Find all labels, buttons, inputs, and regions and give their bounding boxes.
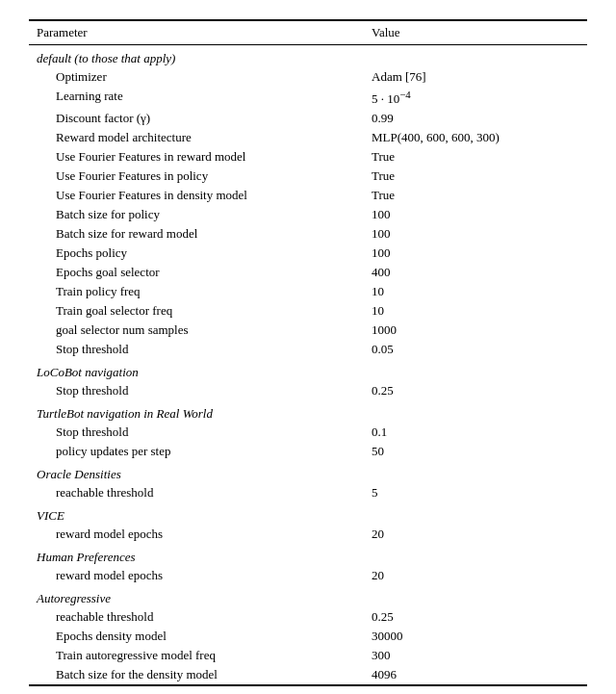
table-row: Stop threshold0.25 [29,381,587,400]
value-cell: 30000 [364,627,587,646]
param-cell: Stop threshold [29,381,364,400]
table-row: Batch size for the density model4096 [29,665,587,685]
section-title-4: VICE [29,502,587,525]
table-row: Stop threshold0.05 [29,340,587,359]
value-cell: 20 [364,525,587,544]
param-cell: Stop threshold [29,340,364,359]
table-row: reachable threshold0.25 [29,607,587,627]
section-header-0: default (to those that apply) [29,45,587,68]
value-cell: 0.25 [364,607,587,627]
section-title-6: Autoregressive [29,585,587,607]
param-cell: Batch size for reward model [29,224,364,244]
param-cell: reachable threshold [29,607,364,627]
table-row: Train policy freq10 [29,282,587,301]
param-cell: Batch size for the density model [29,665,364,685]
param-cell: reachable threshold [29,483,364,502]
param-cell: Optimizer [29,67,364,87]
table-header-row: Parameter Value [29,20,587,45]
table-row: Learning rate5 · 10−4 [29,87,587,109]
value-cell: 4096 [364,665,587,685]
table-container: Parameter Value default (to those that a… [29,19,587,694]
value-cell: 10 [364,301,587,321]
table-row: reward model epochs20 [29,525,587,544]
value-cell: 0.05 [364,340,587,359]
table-row: Train autoregressive model freq300 [29,646,587,665]
section-header-2: TurtleBot navigation in Real World [29,400,587,423]
table-row: policy updates per step50 [29,442,587,461]
param-cell: Reward model architecture [29,128,364,147]
header-value: Value [364,20,587,45]
param-cell: Learning rate [29,87,364,109]
value-cell: 1000 [364,321,587,340]
section-header-1: LoCoBot navigation [29,359,587,381]
table-row: OptimizerAdam [76] [29,67,587,87]
param-cell: policy updates per step [29,442,364,461]
value-cell: 5 [364,483,587,502]
value-cell: 10 [364,282,587,301]
value-cell: MLP(400, 600, 600, 300) [364,128,587,147]
section-header-3: Oracle Densities [29,461,587,483]
table-row: Use Fourier Features in policyTrue [29,167,587,186]
value-cell: True [364,186,587,205]
table-row: Epochs policy100 [29,244,587,263]
section-header-5: Human Preferences [29,544,587,566]
param-cell: Train goal selector freq [29,301,364,321]
value-cell: 100 [364,244,587,263]
table-row: Discount factor (γ)0.99 [29,109,587,128]
section-header-6: Autoregressive [29,585,587,607]
value-cell: 0.1 [364,423,587,442]
param-cell: Train autoregressive model freq [29,646,364,665]
value-cell: True [364,167,587,186]
value-cell: 300 [364,646,587,665]
param-cell: reward model epochs [29,525,364,544]
section-title-1: LoCoBot navigation [29,359,587,381]
table-row: Epochs density model30000 [29,627,587,646]
param-cell: Discount factor (γ) [29,109,364,128]
param-cell: Stop threshold [29,423,364,442]
param-cell: reward model epochs [29,566,364,585]
table-row: Epochs goal selector400 [29,263,587,282]
table-row: Use Fourier Features in reward modelTrue [29,147,587,167]
value-cell: 0.99 [364,109,587,128]
param-cell: goal selector num samples [29,321,364,340]
param-cell: Use Fourier Features in policy [29,167,364,186]
value-cell: 5 · 10−4 [364,87,587,109]
table-row: reward model epochs20 [29,566,587,585]
hyperparameters-table: Parameter Value default (to those that a… [29,19,587,686]
table-row: Batch size for policy100 [29,205,587,224]
section-title-2: TurtleBot navigation in Real World [29,400,587,423]
table-row: reachable threshold5 [29,483,587,502]
value-cell: True [364,147,587,167]
section-title-0: default (to those that apply) [29,45,587,68]
param-cell: Use Fourier Features in reward model [29,147,364,167]
param-cell: Epochs goal selector [29,263,364,282]
param-cell: Epochs density model [29,627,364,646]
value-cell: 50 [364,442,587,461]
param-cell: Train policy freq [29,282,364,301]
section-header-4: VICE [29,502,587,525]
value-cell: 400 [364,263,587,282]
value-cell: Adam [76] [364,67,587,87]
table-row: Train goal selector freq10 [29,301,587,321]
param-cell: Epochs policy [29,244,364,263]
table-row: Batch size for reward model100 [29,224,587,244]
param-cell: Use Fourier Features in density model [29,186,364,205]
value-cell: 20 [364,566,587,585]
header-parameter: Parameter [29,20,364,45]
table-row: Stop threshold0.1 [29,423,587,442]
value-cell: 100 [364,205,587,224]
param-cell: Batch size for policy [29,205,364,224]
table-row: goal selector num samples1000 [29,321,587,340]
section-title-5: Human Preferences [29,544,587,566]
table-row: Reward model architectureMLP(400, 600, 6… [29,128,587,147]
section-title-3: Oracle Densities [29,461,587,483]
value-cell: 100 [364,224,587,244]
value-cell: 0.25 [364,381,587,400]
table-row: Use Fourier Features in density modelTru… [29,186,587,205]
